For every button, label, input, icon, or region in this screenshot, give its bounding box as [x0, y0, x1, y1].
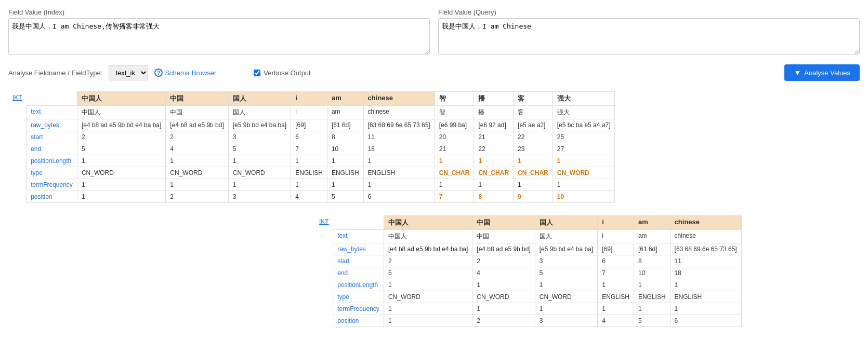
- table-cell: [e5 ae a2]: [514, 119, 553, 131]
- table-cell: 播: [474, 106, 514, 119]
- query-field-textarea[interactable]: 我是中国人，I am Chinese: [438, 18, 860, 55]
- table-cell: chinese: [670, 230, 741, 243]
- table-cell: 1: [514, 155, 553, 167]
- query-analysis-section: IKT中国人中国国人iamchinesetext中国人中国国人iamchines…: [315, 215, 860, 327]
- table-cell: 2: [166, 131, 228, 143]
- table-cell: [63 68 69 6e 65 73 65]: [670, 243, 741, 255]
- table-cell: 6: [363, 191, 435, 203]
- row-label: positionLength: [333, 279, 384, 291]
- table-cell: 中国人: [384, 230, 472, 243]
- table-cell: CN_WORD: [228, 167, 291, 179]
- table-cell: 1: [363, 179, 435, 191]
- table-cell: 5: [384, 267, 472, 279]
- index-analysis-section: IKT中国人中国国人iamchinese智播客强大text中国人中国国人iamc…: [8, 91, 860, 203]
- ikt-spacer: [8, 179, 27, 191]
- table-cell: ENGLISH: [291, 167, 327, 179]
- table-cell: 1: [598, 303, 634, 315]
- row-label: text: [27, 106, 77, 119]
- table-cell: 1: [670, 279, 741, 291]
- analyse-values-button[interactable]: ▼ Analyse Values: [784, 64, 860, 81]
- ikt-spacer: [8, 167, 27, 179]
- table-cell: 1: [535, 279, 597, 291]
- table-cell: 2: [77, 131, 165, 143]
- row-label: type: [333, 291, 384, 303]
- table-cell: 7: [598, 267, 634, 279]
- table-cell: 10: [634, 267, 670, 279]
- table-cell: CN_CHAR: [435, 167, 474, 179]
- table-cell: [e4 b8 ad e5 9b bd e4 ba ba]: [77, 119, 165, 131]
- table-cell: 6: [670, 315, 741, 327]
- ikt-label[interactable]: IKT: [315, 216, 333, 230]
- table-cell: 4: [166, 143, 228, 155]
- row-label: termFrequency: [333, 303, 384, 315]
- table-cell: 客: [514, 106, 553, 119]
- table-cell: 22: [474, 143, 514, 155]
- table-cell: [e6 99 ba]: [435, 119, 474, 131]
- table-cell: [e5 9b bd e4 ba ba]: [228, 119, 291, 131]
- row-label: text: [333, 230, 384, 243]
- table-cell: 1: [634, 279, 670, 291]
- table-cell: ENGLISH: [327, 167, 363, 179]
- ikt-spacer: [315, 267, 333, 279]
- row-label: start: [333, 255, 384, 267]
- table-cell: i: [291, 106, 327, 119]
- column-header: 客: [514, 92, 553, 106]
- column-header: chinese: [363, 92, 435, 106]
- table-cell: 3: [535, 315, 597, 327]
- query-field-label: Field Value (Query): [438, 8, 860, 16]
- table-cell: [63 68 69 6e 65 73 65]: [363, 119, 435, 131]
- table-cell: CN_WORD: [553, 167, 615, 179]
- table-cell: 1: [77, 179, 165, 191]
- row-label: type: [27, 167, 77, 179]
- table-cell: ENGLISH: [634, 291, 670, 303]
- table-cell: 18: [670, 267, 741, 279]
- column-header: am: [327, 92, 363, 106]
- table-cell: 1: [435, 155, 474, 167]
- table-cell: 2: [384, 255, 472, 267]
- column-header: i: [598, 216, 634, 230]
- table-cell: 1: [228, 179, 291, 191]
- ikt-spacer: [8, 143, 27, 155]
- column-header: am: [634, 216, 670, 230]
- verbose-output-checkbox[interactable]: Verbose Output: [254, 69, 310, 77]
- column-header: 中国: [472, 216, 535, 230]
- row-label: start: [27, 131, 77, 143]
- schema-browser-link[interactable]: ? Schema Browser: [154, 69, 216, 77]
- table-cell: 国人: [535, 230, 597, 243]
- table-cell: 1: [472, 303, 535, 315]
- table-cell: 1: [327, 155, 363, 167]
- index-field-box: Field Value (Index) 我是中国人，I am Chinese,传…: [8, 8, 430, 56]
- table-cell: 1: [553, 179, 615, 191]
- verbose-checkbox-input[interactable]: [254, 70, 260, 76]
- table-cell: 4: [472, 267, 535, 279]
- table-cell: 中国人: [77, 106, 165, 119]
- column-header: i: [291, 92, 327, 106]
- table-cell: 3: [228, 191, 291, 203]
- table-cell: 6: [598, 255, 634, 267]
- table-cell: 22: [514, 131, 553, 143]
- table-cell: [61 6d]: [634, 243, 670, 255]
- table-cell: 20: [435, 131, 474, 143]
- table-cell: 21: [435, 143, 474, 155]
- info-icon: ?: [154, 69, 163, 77]
- table-cell: 8: [474, 191, 514, 203]
- table-cell: 25: [553, 131, 615, 143]
- table-cell: 9: [514, 191, 553, 203]
- index-field-textarea[interactable]: 我是中国人，I am Chinese,传智播客非常强大: [8, 18, 430, 55]
- analyse-fieldname-label: Analyse Fieldname / FieldType:: [8, 69, 102, 77]
- table-cell: [e6 92 ad]: [474, 119, 514, 131]
- fieldtype-select[interactable]: text_ik: [109, 65, 148, 80]
- table-cell: CN_WORD: [77, 167, 165, 179]
- ikt-spacer: [315, 279, 333, 291]
- row-label: positionLength: [27, 155, 77, 167]
- table-cell: [e5 bc ba e5 a4 a7]: [553, 119, 615, 131]
- table-cell: 1: [384, 279, 472, 291]
- ikt-label[interactable]: IKT: [8, 92, 27, 106]
- table-cell: 11: [670, 255, 741, 267]
- table-cell: [e4 b8 ad e5 9b bd e4 ba ba]: [384, 243, 472, 255]
- row-label-header: [333, 216, 384, 230]
- table-cell: 18: [363, 143, 435, 155]
- column-header: 中国人: [77, 92, 165, 106]
- filter-icon: ▼: [794, 69, 801, 77]
- ikt-spacer: [8, 119, 27, 131]
